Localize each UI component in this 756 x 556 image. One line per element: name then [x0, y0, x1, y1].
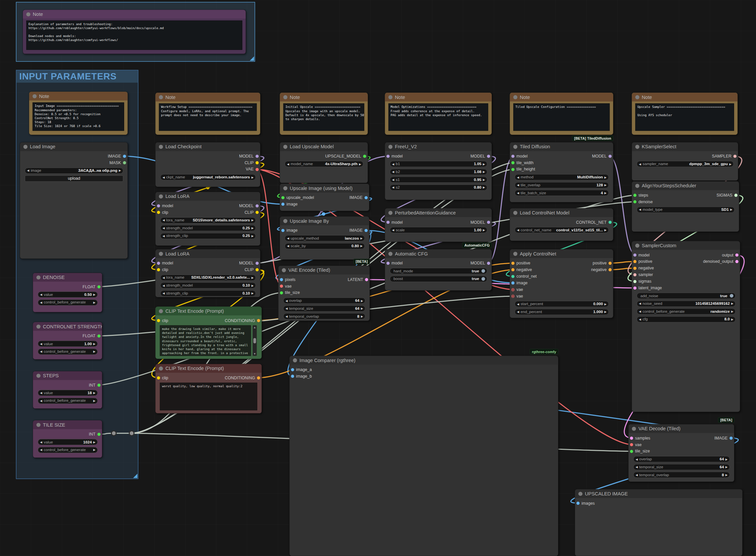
- node-badge-vae-decode-tiled: [BETA]: [718, 417, 734, 423]
- node-badge-tiled-diffusion: [BETA] TiledDiffusion: [572, 135, 613, 141]
- node-badge-image-comparer: rgthree-comfy: [530, 349, 559, 354]
- node-graph-canvas[interactable]: INPUT PARAMETERS NoteExplanation of para…: [0, 0, 756, 556]
- node-badge-vae-encode-tiled: [BETA]: [354, 259, 370, 265]
- node-badge-automatic-cfg: AutomaticCFG: [462, 242, 492, 248]
- badges-layer: [BETA]AutomaticCFG[BETA] TiledDiffusion[…: [0, 0, 756, 556]
